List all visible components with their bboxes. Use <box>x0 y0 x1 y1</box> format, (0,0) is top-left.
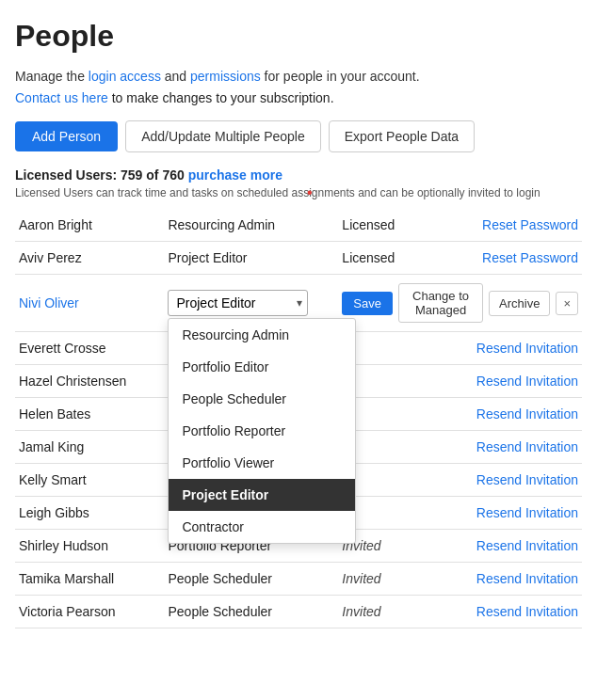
person-role: People Scheduler <box>168 571 272 586</box>
person-name: Kelly Smart <box>19 472 87 487</box>
resend-invitation-link[interactable]: Resend Invitation <box>476 374 578 389</box>
resend-invitation-link[interactable]: Resend Invitation <box>476 341 578 356</box>
resend-invitation-link[interactable]: Resend Invitation <box>476 571 578 586</box>
inline-actions: Save Change to Managed Archive × <box>342 283 578 323</box>
contact-us-link[interactable]: Contact us here <box>15 90 108 105</box>
person-name: Aaron Bright <box>19 217 92 232</box>
role-select[interactable]: Resourcing AdminPortfolio EditorPeople S… <box>168 290 308 316</box>
dropdown-item[interactable]: Contractor <box>169 511 355 543</box>
person-status: Licensed <box>342 217 395 232</box>
person-status: Invited <box>342 571 380 586</box>
dropdown-item[interactable]: Portfolio Viewer <box>169 447 355 479</box>
person-name: Shirley Hudson <box>19 538 108 553</box>
table-row: Aaron Bright Resourcing Admin Licensed R… <box>15 209 582 242</box>
close-button[interactable]: × <box>556 292 578 315</box>
resend-invitation-link[interactable]: Resend Invitation <box>476 406 578 422</box>
editing-row: Nivi Oliver Resourcing AdminPortfolio Ed… <box>15 275 582 332</box>
description: Manage the login access and permissions … <box>15 67 582 87</box>
dropdown-item[interactable]: People Scheduler <box>169 383 355 415</box>
dropdown-item[interactable]: Project Editor <box>169 479 355 511</box>
save-button[interactable]: Save <box>342 292 393 315</box>
table-row: Victoria Pearson People Scheduler Invite… <box>15 596 582 628</box>
person-name: Hazel Christensen <box>19 374 126 389</box>
person-name: Aviv Perez <box>19 250 82 265</box>
resend-invitation-link[interactable]: Resend Invitation <box>476 505 578 520</box>
licensed-info: Licensed Users: 759 of 760 purchase more <box>15 167 582 183</box>
table-row: Tamika Marshall People Scheduler Invited… <box>15 563 582 596</box>
table-row: Aviv Perez Project Editor Licensed Reset… <box>15 242 582 275</box>
change-to-managed-button[interactable]: Change to Managed <box>398 283 483 323</box>
permissions-link[interactable]: permissions <box>190 69 261 84</box>
page-title: People <box>15 19 582 54</box>
role-dropdown: Resourcing AdminPortfolio EditorPeople S… <box>168 318 356 544</box>
resend-invitation-link[interactable]: Resend Invitation <box>476 604 578 619</box>
person-role: People Scheduler <box>168 604 272 619</box>
login-access-link[interactable]: login access <box>89 69 161 84</box>
person-name: Jamal King <box>19 439 84 454</box>
person-name: Leigh Gibbs <box>19 505 89 520</box>
role-select-wrapper: Resourcing AdminPortfolio EditorPeople S… <box>168 290 308 316</box>
person-name: Victoria Pearson <box>19 604 115 619</box>
dropdown-item[interactable]: Portfolio Reporter <box>169 415 355 447</box>
export-button[interactable]: Export People Data <box>329 120 475 152</box>
action-buttons: Add Person Add/Update Multiple People Ex… <box>15 120 582 152</box>
resend-invitation-link[interactable]: Resend Invitation <box>476 538 578 553</box>
reset-password-link[interactable]: Reset Password <box>482 217 578 232</box>
people-table: Aaron Bright Resourcing Admin Licensed R… <box>15 209 582 628</box>
dropdown-item[interactable]: Resourcing Admin <box>169 319 355 351</box>
person-name: Tamika Marshall <box>19 571 114 586</box>
resend-invitation-link[interactable]: Resend Invitation <box>476 439 578 454</box>
contact-link: Contact us here to make changes to your … <box>15 90 582 105</box>
licensed-sub: Licensed Users can track time and tasks … <box>15 186 582 199</box>
dropdown-item[interactable]: Portfolio Editor <box>169 351 355 383</box>
add-update-button[interactable]: Add/Update Multiple People <box>125 120 321 152</box>
person-status: Invited <box>342 604 380 619</box>
editing-person-name[interactable]: Nivi Oliver <box>19 295 79 310</box>
archive-button[interactable]: Archive <box>489 291 550 316</box>
person-status: Licensed <box>342 250 395 265</box>
person-name: Everett Crosse <box>19 341 106 356</box>
add-person-button[interactable]: Add Person <box>15 121 118 151</box>
person-role: Resourcing Admin <box>168 217 275 232</box>
purchase-more-link[interactable]: purchase more <box>188 167 282 183</box>
resend-invitation-link[interactable]: Resend Invitation <box>476 472 578 487</box>
reset-password-link[interactable]: Reset Password <box>482 250 578 265</box>
person-role: Project Editor <box>168 250 247 265</box>
person-name: Helen Bates <box>19 406 90 422</box>
